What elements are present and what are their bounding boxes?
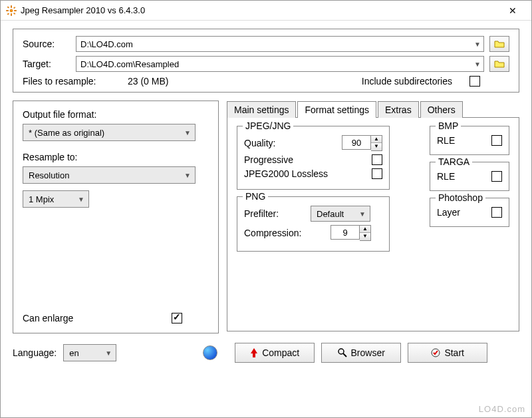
folder-icon xyxy=(494,40,505,48)
quality-input[interactable] xyxy=(342,135,371,150)
output-format-label: Output file format: xyxy=(23,109,209,120)
targa-fieldset: TARGA RLE xyxy=(430,162,509,191)
targa-rle-label: RLE xyxy=(437,171,491,182)
output-format-value: * (Same as original) xyxy=(29,128,104,138)
app-gear-icon xyxy=(6,5,17,16)
photoshop-fieldset: Photoshop Layer xyxy=(430,198,509,227)
globe-icon[interactable] xyxy=(203,345,217,360)
jpeg2000-label: JPEG2000 Lossless xyxy=(244,168,372,179)
left-panel: Output file format: * (Same as original)… xyxy=(13,101,219,333)
prefilter-value: Default xyxy=(317,209,344,219)
quality-spinner[interactable]: ▲▼ xyxy=(342,135,382,151)
spin-down-icon[interactable]: ▼ xyxy=(371,143,382,150)
progressive-label: Progressive xyxy=(244,154,372,165)
tab-extras[interactable]: Extras xyxy=(378,101,419,118)
svg-rect-8 xyxy=(13,7,15,8)
window-title: Jpeg Resampler 2010 vs 6.4.3.0 xyxy=(21,5,499,15)
app-window: Jpeg Resampler 2010 vs 6.4.3.0 ✕ Source:… xyxy=(0,0,532,418)
spin-up-icon[interactable]: ▲ xyxy=(360,226,370,233)
target-combo[interactable]: D:\LO4D.com\Resampled ▼ xyxy=(76,56,484,72)
svg-rect-7 xyxy=(7,13,9,14)
svg-rect-5 xyxy=(7,6,9,7)
watermark: LO4D.com xyxy=(479,404,525,414)
mpix-value: 1 Mpix xyxy=(29,194,54,204)
quality-label: Quality: xyxy=(244,138,342,148)
start-button[interactable]: Start xyxy=(408,343,487,363)
compression-input[interactable] xyxy=(331,225,360,240)
bmp-legend: BMP xyxy=(436,120,461,131)
files-label: Files to resample: xyxy=(23,76,122,87)
paths-panel: Source: D:\LO4D.com ▼ Target: D:\LO4D.co… xyxy=(13,29,519,93)
output-format-select[interactable]: * (Same as original) ▼ xyxy=(23,124,196,141)
source-browse-button[interactable] xyxy=(489,36,509,52)
browser-button[interactable]: Browser xyxy=(321,343,401,363)
png-legend: PNG xyxy=(243,191,268,202)
source-value: D:\LO4D.com xyxy=(80,39,133,49)
png-fieldset: PNG Prefilter: Default ▼ Compression: xyxy=(237,196,390,252)
resample-to-label: Resample to: xyxy=(23,152,209,162)
prefilter-label: Prefilter: xyxy=(244,208,311,219)
bmp-fieldset: BMP RLE xyxy=(430,126,509,155)
folder-icon xyxy=(494,60,505,68)
svg-rect-2 xyxy=(11,13,11,15)
tab-format-settings[interactable]: Format settings xyxy=(297,101,376,118)
compact-label: Compact xyxy=(262,347,299,358)
targa-rle-checkbox[interactable] xyxy=(491,171,502,182)
arrow-up-icon xyxy=(250,348,258,357)
can-enlarge-checkbox[interactable] xyxy=(172,313,182,323)
tabs: Main settings Format settings Extras Oth… xyxy=(227,101,519,117)
jpeg2000-checkbox[interactable] xyxy=(372,168,382,179)
tab-main-settings[interactable]: Main settings xyxy=(227,101,296,118)
chevron-down-icon: ▼ xyxy=(78,196,84,203)
svg-rect-6 xyxy=(13,13,15,14)
source-label: Source: xyxy=(23,39,70,49)
svg-point-0 xyxy=(10,9,13,12)
tab-others[interactable]: Others xyxy=(420,101,463,118)
svg-point-9 xyxy=(338,349,344,354)
bmp-rle-label: RLE xyxy=(437,135,491,146)
include-subdirs-label: Include subdirectories xyxy=(362,76,452,87)
prefilter-select[interactable]: Default ▼ xyxy=(311,206,370,222)
photoshop-layer-label: Layer xyxy=(437,207,491,218)
svg-line-10 xyxy=(343,353,346,357)
resample-to-select[interactable]: Resolution ▼ xyxy=(23,166,196,184)
include-subdirs-checkbox[interactable] xyxy=(469,76,480,87)
chevron-down-icon: ▼ xyxy=(474,41,481,48)
right-panel: Main settings Format settings Extras Oth… xyxy=(227,101,519,333)
close-button[interactable]: ✕ xyxy=(499,5,526,16)
resample-to-value: Resolution xyxy=(29,170,69,180)
source-combo[interactable]: D:\LO4D.com ▼ xyxy=(76,36,484,52)
target-value: D:\LO4D.com\Resampled xyxy=(80,59,179,69)
target-browse-button[interactable] xyxy=(489,56,509,72)
bottom-bar: Language: en ▼ Compact Browser Start xyxy=(1,339,531,371)
svg-rect-3 xyxy=(7,10,9,11)
compact-button[interactable]: Compact xyxy=(235,343,315,363)
compression-spinner[interactable]: ▲▼ xyxy=(331,225,371,241)
chevron-down-icon: ▼ xyxy=(184,129,191,136)
mpix-select[interactable]: 1 Mpix ▼ xyxy=(23,190,89,208)
files-value: 23 (0 MB) xyxy=(128,76,221,87)
tab-content: JPEG/JNG Quality: ▲▼ Progressive xyxy=(227,117,519,331)
start-label: Start xyxy=(444,347,464,358)
language-value: en xyxy=(69,348,78,358)
svg-rect-4 xyxy=(15,10,17,11)
chevron-down-icon: ▼ xyxy=(474,61,481,68)
language-select[interactable]: en ▼ xyxy=(63,344,116,361)
can-enlarge-label: Can enlarge xyxy=(23,313,73,323)
photoshop-layer-checkbox[interactable] xyxy=(491,207,502,218)
titlebar: Jpeg Resampler 2010 vs 6.4.3.0 ✕ xyxy=(1,1,531,21)
check-icon xyxy=(431,348,440,357)
target-label: Target: xyxy=(23,59,70,69)
spin-up-icon[interactable]: ▲ xyxy=(371,136,382,143)
targa-legend: TARGA xyxy=(436,156,472,167)
chevron-down-icon: ▼ xyxy=(105,349,112,357)
jpeg-fieldset: JPEG/JNG Quality: ▲▼ Progressive xyxy=(237,126,390,190)
bmp-rle-checkbox[interactable] xyxy=(491,135,502,146)
language-label: Language: xyxy=(13,347,57,358)
browser-label: Browser xyxy=(351,347,385,358)
spin-down-icon[interactable]: ▼ xyxy=(360,233,370,240)
progressive-checkbox[interactable] xyxy=(372,154,382,165)
magnifier-icon xyxy=(338,348,347,357)
content-area: Source: D:\LO4D.com ▼ Target: D:\LO4D.co… xyxy=(1,21,531,339)
svg-rect-1 xyxy=(11,5,11,7)
